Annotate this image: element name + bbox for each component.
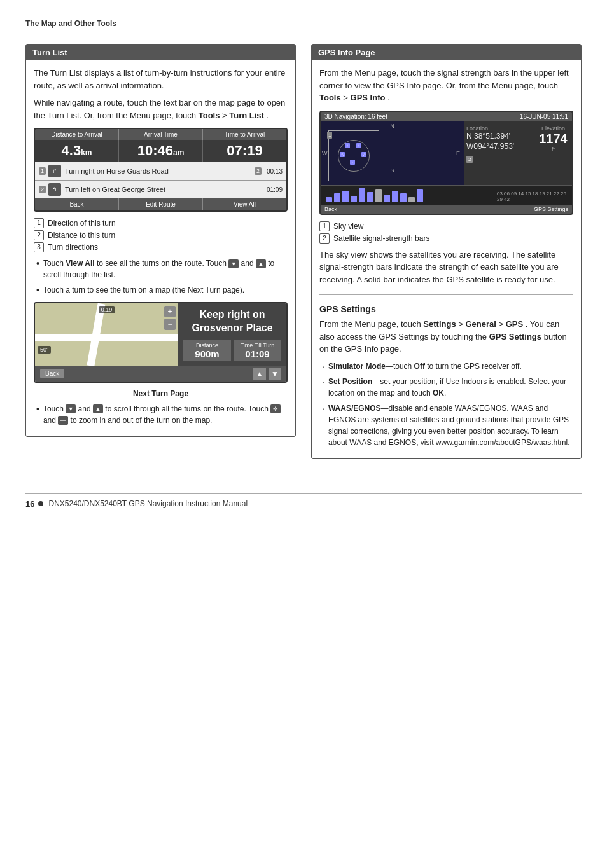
bullet-text-1: Touch View All to see all the turns on t… [43,258,288,280]
elevation-value: 1174 [537,132,569,146]
dist-value: 4.3km [38,142,116,159]
bullet-dot-1: • [36,259,39,268]
turn1-icon: ↱ [48,165,61,177]
settings-arrow2: > [499,319,506,329]
down-arrow-icon: ▼ [228,259,239,268]
settings-bold2: General [465,319,496,329]
left-column: Turn List The Turn List displays a list … [25,44,296,468]
gps-settings-btn[interactable]: GPS Settings [534,206,568,212]
turn2-text: Turn left on Great George Street [65,186,264,193]
settings-bold4: GPS Settings [489,332,541,341]
crosshair-icon: ✛ [270,404,281,413]
zoom-in-btn[interactable]: + [164,306,176,317]
footer-dot [38,501,43,506]
edit-route-btn[interactable]: Edit Route [119,198,203,210]
gps-info-section: GPS Info Page From the Menu page, touch … [311,44,582,459]
gps-settings-title: GPS Settings [319,304,573,314]
view-all-label: View All [66,259,94,268]
screen-header-row: Distance to Arrival Arrival Time Time to… [35,129,286,140]
legend-item-3: 3 Turn directions [34,242,288,252]
back-btn[interactable]: Back [35,198,119,210]
compass-E: E [456,150,460,156]
gps-para1-text: From the Menu page, touch the signal str… [319,68,569,90]
settings-text-1: Simulator Mode—touch Off to turn the GPS… [328,361,522,372]
page-footer: 16 DNX5240/DNX5240BT GPS Navigation Inst… [25,493,582,509]
sig-bar-3 [342,191,349,202]
outer-circle: ↑ ↑ ↖ ↗ · [328,130,379,181]
last-bullet-text: Touch ▼ and ▲ to scroll through all the … [43,403,288,426]
bullet-dot-2: • [36,286,39,294]
para2-arrow: > [222,111,229,120]
last-bullet-dot: • [36,404,39,413]
next-turn-dist-badge: 50" [38,346,51,354]
settings-bullet-1: · Simulator Mode—touch Off to turn the G… [322,361,573,372]
page-number: 16 [25,499,34,509]
gps-coords: Location N 38°51.394' W094°47.953' 2 [464,121,534,185]
arrival-time-cell: 10:46am [119,140,203,162]
para2-bold2: Turn List [229,111,264,120]
next-turn-back-btn[interactable]: Back [40,369,64,378]
settings-text-2: Set Position—set your position, if Use I… [328,376,573,399]
next-turn-btn[interactable]: ▼ [269,368,281,380]
view-all-btn[interactable]: View All [203,198,286,210]
time-till-turn-label: Time Till Turn [236,342,279,348]
legend-text-2: Distance to this turn [48,231,115,240]
compass-S: S [390,167,394,174]
turn-list-title: Turn List [26,45,295,60]
two-column-layout: Turn List The Turn List displays a list … [25,44,582,468]
settings-bullet-3: · WAAS/EGNOS—disable and enable WAAS/EGN… [322,403,573,448]
settings-text-before: From the Menu page, touch [319,319,421,329]
turn1-row[interactable]: 1 ↱ Turn right on Horse Guards Road 2 00… [35,162,286,180]
settings-bold3: GPS [506,319,523,329]
gps-top-bar: 3D Navigation: 16 feet 16-JUN-05 11:51 [321,112,572,121]
para2-bold1: Tools [199,111,220,120]
off-label: Off [414,362,425,371]
sat-dot-2: ↑ [356,143,361,148]
gps-main-area: N S W E [321,121,572,185]
time-till-turn-cell: Time Till Turn 01:09 [234,340,281,361]
gps-info-title: GPS Info Page [312,45,581,60]
settings-dot-2: · [322,377,324,386]
turn-list-section: Turn List The Turn List displays a list … [25,44,296,437]
inner-circle: ↑ ↑ ↖ ↗ · [338,140,370,172]
settings-bold1: Settings [423,319,456,329]
gps-bottom-bar: Back GPS Settings [321,205,572,214]
gps-screen: 3D Navigation: 16 feet 16-JUN-05 11:51 N… [319,111,573,215]
sig-bar-7 [375,189,382,202]
gps-back-btn[interactable]: Back [324,206,337,212]
sky-view-para: The sky view shows the satellites you ar… [319,249,573,286]
gps-sky-view: N S W E [321,121,464,185]
zoom-out-btn[interactable]: − [164,319,176,330]
coord1: N 38°51.394' [466,132,531,141]
gps-legend-item-1: 1 Sky view [319,221,573,231]
time-till-turn-value: 01:09 [236,348,279,359]
time-to-arrival-value: 07:19 [206,142,284,159]
compass-W: W [322,150,328,156]
sig-bar-10 [400,193,407,202]
turn-list-para1: The Turn List displays a list of turn-by… [34,67,288,92]
bullet-item-2: • Touch a turn to see the turn on a map … [36,284,288,296]
gps-top-left: 3D Navigation: 16 feet [324,113,387,120]
turn-list-screen: Distance to Arrival Arrival Time Time to… [34,128,288,212]
turn2-icon: ↰ [48,183,61,196]
up-arrow-icon-2: ▲ [93,404,103,413]
gps-bold2: GPS Info [351,93,386,102]
bullet-text-2: Touch a turn to see the turn on a map (t… [43,284,244,296]
prev-turn-btn[interactable]: ▲ [253,368,266,380]
turn2-num-badge: 2 [39,186,46,193]
turn-list-para2: While navigating a route, touch the text… [34,97,288,121]
gps-legend: 1 Sky view 2 Satellite signal-strength b… [319,221,573,244]
turn2-row[interactable]: 2 ↰ Turn left on Great George Street 01:… [35,180,286,198]
footer-page-number: 16 [25,499,43,509]
turn1-text: Turn right on Horse Guards Road [65,167,255,175]
sig-bar-6 [367,192,373,202]
next-turn-main-text: Keep right on Grosvenor Place [192,308,272,335]
simulator-mode-label: Simulator Mode [328,362,386,371]
bullet-list: • Touch View All to see all the turns on… [34,258,288,296]
coord2: W094°47.953' [466,142,531,151]
sig-bar-9 [392,191,398,202]
map-road-2 [35,334,178,341]
legend-text-3: Turn directions [48,243,98,252]
down-arrow-icon-2: ▼ [66,404,76,413]
gps-arrow1: > [343,93,350,102]
